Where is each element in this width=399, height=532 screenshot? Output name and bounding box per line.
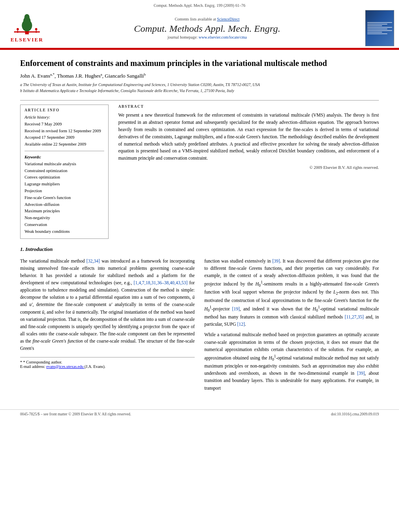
accepted-date: Accepted 17 September 2009	[25, 135, 104, 141]
footnote-corresponding-text: * Corresponding author.	[23, 360, 62, 364]
keywords-divider	[25, 151, 104, 151]
homepage-url[interactable]: www.elsevier.com/locate/cma	[199, 35, 247, 39]
journal-meta-text: Comput. Methods Appl. Mech. Engrg. 199 (…	[154, 3, 245, 8]
affiliation1: a The University of Texas at Austin, Ins…	[20, 82, 379, 88]
article-body: Enforcement of constraints and maximum p…	[0, 50, 399, 403]
footer-issn: 0045-7825/$ – see front matter © 2009 El…	[20, 412, 131, 416]
article-info-abstract-row: ARTICLE INFO Article history: Received 7…	[20, 105, 379, 238]
journal-homepage-line: journal homepage: www.elsevier.com/locat…	[53, 35, 361, 39]
footnote-email-name: (J.A. Evans).	[84, 364, 105, 369]
section-break-1	[20, 239, 379, 246]
footnote-star: *	[20, 360, 22, 364]
author3-name: , Giancarlo Sangalli	[102, 73, 144, 79]
body-left-para1: The variational multiscale method [32,34…	[20, 257, 195, 352]
footer-doi: doi:10.1016/j.cma.2009.09.019	[331, 412, 379, 416]
homepage-url-text: www.elsevier.com/locate/cma	[199, 35, 247, 39]
journal-title: Comput. Methods Appl. Mech. Engrg.	[53, 23, 361, 35]
footnotes-area: * * Corresponding author. E-mail address…	[20, 357, 195, 369]
journal-center-info: Contents lists available at ScienceDirec…	[49, 17, 365, 40]
footnote-email: E-mail address: evans@ices.utexas.edu (J…	[20, 364, 195, 369]
body-left-col: The variational multiscale method [32,34…	[20, 257, 195, 395]
abstract-column: ABSTRACT We present a new theoretical fr…	[118, 105, 379, 238]
body-right-para2: While a variational multiscale method ba…	[204, 331, 379, 391]
keyword-2: Constrained optimization	[25, 168, 104, 175]
journal-header-main: ELSEVIER Contents lists available at Sci…	[0, 8, 399, 48]
article-info-box: ARTICLE INFO Article history: Received 7…	[20, 105, 109, 238]
keywords-list: Variational multiscale analysis Constrai…	[25, 161, 104, 235]
available-date: Available online 22 September 2009	[25, 142, 104, 148]
abstract-text: We present a new theoretical framework f…	[118, 112, 379, 162]
ref-12[interactable]: [12]	[237, 322, 245, 327]
revised-date: Received in revised form 12 September 20…	[25, 128, 104, 134]
keyword-3: Convex optimization	[25, 174, 104, 181]
cover-line-6	[367, 30, 392, 31]
affiliation2: b Istituto di Matematica Applicata e Tec…	[20, 88, 379, 94]
authors-line: John A. Evansa,*, Thomas J.R. Hughesa, G…	[20, 72, 379, 79]
body-right-para1: function was studied extensively in [39]…	[204, 257, 379, 328]
cover-decoration	[367, 21, 392, 35]
footnote-email-text: evans@ices.utexas.edu	[46, 364, 84, 369]
keyword-8: Maximum principles	[25, 208, 104, 215]
sciencedirect-link-text: ScienceDirect	[217, 17, 239, 21]
journal-meta-line: Comput. Methods Appl. Mech. Engrg. 199 (…	[0, 2, 399, 8]
cover-line-3	[367, 25, 382, 26]
svg-point-7	[35, 28, 37, 30]
keywords-label: Keywords:	[25, 155, 104, 159]
elsevier-brand-text: ELSEVIER	[10, 37, 43, 43]
divider-after-affiliations	[20, 100, 379, 101]
elsevier-tree-icon	[13, 14, 41, 36]
and-text: and	[366, 314, 372, 319]
cover-line-2	[367, 24, 387, 25]
svg-point-3	[25, 14, 30, 20]
journal-cover-image	[365, 10, 394, 46]
received-date: Received 7 May 2009	[25, 121, 104, 127]
footnote-corresponding: * * Corresponding author.	[20, 360, 195, 364]
keyword-1: Variational multiscale analysis	[25, 161, 104, 168]
keyword-7: Advection–diffusion	[25, 201, 104, 208]
cover-line-7	[367, 32, 382, 33]
section1-title: 1. Introduction	[20, 246, 379, 253]
article-info-title: ARTICLE INFO	[25, 108, 104, 112]
page-footer: 0045-7825/$ – see front matter © 2009 El…	[0, 409, 399, 419]
abstract-title: ABSTRACT	[118, 105, 379, 109]
affiliations: a The University of Texas at Austin, Ins…	[20, 82, 379, 94]
sciencedirect-label: Contents lists available at	[175, 17, 216, 21]
author3-sup: b	[144, 72, 146, 76]
article-title: Enforcement of constraints and maximum p…	[20, 58, 379, 68]
section1-heading: Introduction	[25, 246, 53, 252]
author1-sup: a,*	[50, 72, 55, 76]
author1-name: John A. Evans	[20, 73, 50, 79]
ref-19[interactable]: [19]	[232, 306, 240, 311]
svg-point-5	[16, 28, 19, 30]
footnote-email-link[interactable]: evans@ices.utexas.edu	[46, 364, 84, 369]
footnote-email-label: E-mail address:	[20, 364, 45, 369]
keyword-5: Projection	[25, 188, 104, 195]
ref-39b[interactable]: [39]	[357, 371, 365, 376]
cover-line-5	[367, 29, 387, 29]
keyword-11: Weak boundary conditions	[25, 228, 104, 235]
ref-list-1[interactable]: [1,4,7,18,31,36–38,40,43,53]	[134, 280, 187, 285]
body-two-col: The variational multiscale method [32,34…	[20, 257, 379, 395]
article-info-column: ARTICLE INFO Article history: Received 7…	[20, 105, 109, 238]
cover-line-4	[367, 27, 392, 28]
copyright-line: © 2009 Elsevier B.V. All rights reserved…	[118, 165, 379, 170]
sciencedirect-line: Contents lists available at ScienceDirec…	[53, 17, 361, 21]
keyword-9: Non-negativity	[25, 215, 104, 222]
body-right-col: function was studied extensively in [39]…	[204, 257, 379, 395]
elsevier-logo: ELSEVIER	[5, 14, 49, 43]
history-label: Article history:	[25, 115, 104, 121]
keyword-6: Fine-scale Green's function	[25, 195, 104, 201]
section1-number: 1.	[20, 246, 24, 252]
ref-32-34[interactable]: [32,34]	[86, 259, 100, 263]
author2-name: , Thomas J.R. Hughes	[55, 73, 101, 79]
homepage-label: journal homepage:	[167, 35, 197, 39]
journal-header: Comput. Methods Appl. Mech. Engrg. 199 (…	[0, 0, 399, 49]
history-label-text: Article history:	[25, 115, 50, 119]
cover-line-1	[367, 22, 392, 23]
keyword-10: Conservation	[25, 222, 104, 228]
sciencedirect-link[interactable]: ScienceDirect	[217, 17, 239, 21]
ref-39[interactable]: [39]	[272, 259, 280, 263]
keyword-4: Lagrange multipliers	[25, 181, 104, 188]
cover-line-8	[367, 33, 387, 34]
ref-11-27-35[interactable]: [11,27,35]	[345, 314, 364, 319]
